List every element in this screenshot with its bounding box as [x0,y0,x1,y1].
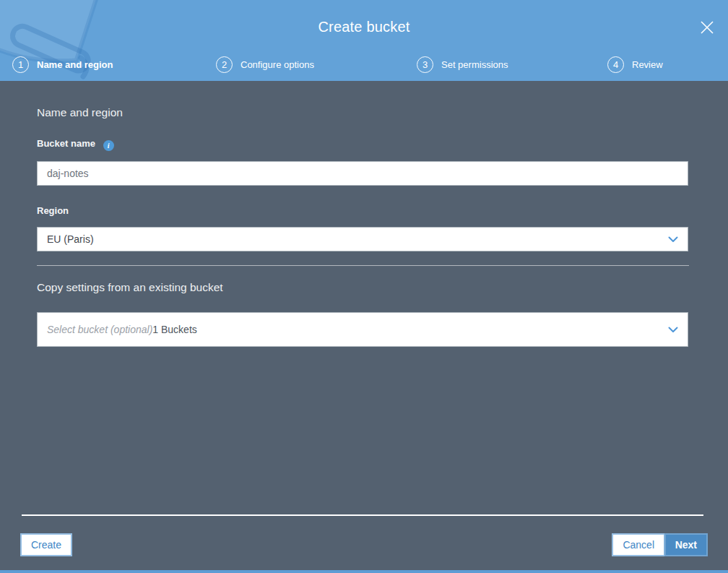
bucket-count-text: 1 Buckets [152,324,196,335]
bucket-name-label: Bucket name i [37,138,114,151]
step-1-number: 1 [12,56,29,73]
bucket-name-input[interactable] [37,161,688,186]
copy-settings-bucket-select[interactable]: Select bucket (optional) 1 Buckets [37,312,688,347]
step-2-number: 2 [216,56,233,73]
step-4-label: Review [632,59,663,70]
step-name-and-region[interactable]: 1 Name and region [12,56,113,73]
region-selected-value: EU (Paris) [47,233,94,245]
next-button[interactable]: Next [664,533,708,556]
chevron-down-icon [668,327,678,333]
dialog-title: Create bucket [0,19,728,35]
step-set-permissions[interactable]: 3 Set permissions [417,56,508,73]
bucket-select-placeholder: Select bucket (optional) [47,324,152,335]
chevron-down-icon [668,236,678,243]
info-icon[interactable]: i [103,140,114,151]
step-3-label: Set permissions [441,59,508,70]
close-button[interactable] [698,19,716,38]
step-configure-options[interactable]: 2 Configure options [216,56,314,73]
close-icon [699,20,715,35]
create-button[interactable]: Create [20,533,72,556]
step-review[interactable]: 4 Review [607,56,663,73]
step-3-number: 3 [417,56,433,73]
section-divider [37,265,689,266]
section-title-name-and-region: Name and region [37,106,123,119]
step-1-label: Name and region [37,59,113,70]
dialog-header: Create bucket 1 Name and region 2 Config… [0,0,728,81]
step-2-label: Configure options [240,59,314,70]
cancel-button[interactable]: Cancel [612,533,665,556]
bucket-name-label-text: Bucket name [37,138,95,149]
bottom-accent-strip [0,570,728,573]
region-label: Region [37,205,69,216]
section-title-copy-settings: Copy settings from an existing bucket [37,281,223,294]
create-bucket-dialog: Create bucket 1 Name and region 2 Config… [0,0,728,573]
footer-divider [22,514,703,516]
region-select[interactable]: EU (Paris) [37,227,688,251]
step-4-number: 4 [607,56,624,73]
